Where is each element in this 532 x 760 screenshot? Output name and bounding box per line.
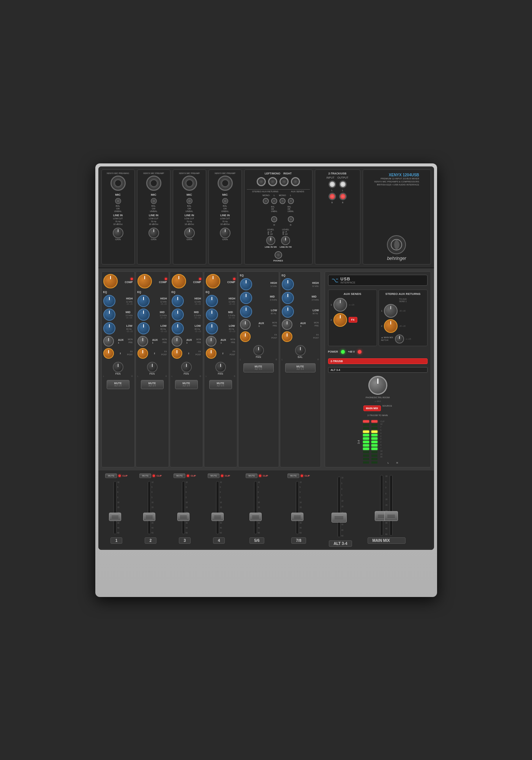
eq-low-knob-56[interactable] bbox=[240, 306, 252, 318]
ts-jack-2[interactable] bbox=[151, 198, 157, 204]
aux-return-r-jack[interactable] bbox=[271, 216, 277, 222]
alt-out-jack[interactable] bbox=[291, 177, 300, 186]
aux-return-mono-jack[interactable] bbox=[263, 198, 269, 204]
aux-send-l-jack[interactable] bbox=[288, 198, 294, 204]
comp-knob-4[interactable] bbox=[206, 274, 220, 288]
eq-low-knob-2[interactable] bbox=[137, 322, 150, 334]
eq-mid-knob-78[interactable] bbox=[282, 292, 294, 304]
aux1-knob-1[interactable] bbox=[103, 336, 114, 347]
eq-high-knob-3[interactable] bbox=[172, 295, 184, 307]
fader-handle-2[interactable] bbox=[143, 513, 155, 521]
gain-knob-2[interactable] bbox=[148, 228, 159, 238]
fader-track-56[interactable] bbox=[254, 481, 257, 534]
aux1-knob-2[interactable] bbox=[137, 336, 148, 347]
eq-low-knob-1[interactable] bbox=[103, 322, 115, 334]
mute-button-78[interactable]: MUTEALT 3-4 bbox=[285, 363, 316, 372]
aux1-knob-56[interactable] bbox=[240, 319, 251, 330]
xlr-connector-4[interactable] bbox=[218, 176, 233, 191]
aux2-knob-3[interactable] bbox=[172, 348, 182, 359]
main-mix-button[interactable]: MAIN MIX bbox=[363, 405, 381, 411]
ts-jack-1[interactable] bbox=[115, 198, 121, 204]
aux-send-r-jack[interactable] bbox=[288, 216, 294, 222]
rca-output-right[interactable] bbox=[339, 193, 347, 200]
fx-out-jack[interactable] bbox=[279, 177, 289, 186]
mute-btn-3[interactable]: MUTE bbox=[174, 473, 185, 478]
phones-ctrl-knob[interactable] bbox=[368, 376, 387, 395]
eq-mid-knob-4[interactable] bbox=[206, 309, 218, 321]
comp-knob-1[interactable] bbox=[103, 274, 118, 288]
aux1-knob-4[interactable] bbox=[206, 336, 216, 347]
fader-handle-3[interactable] bbox=[177, 513, 189, 521]
fader-track-4[interactable] bbox=[216, 481, 219, 534]
aux1-knob-3[interactable] bbox=[172, 336, 182, 347]
rca-input-left[interactable] bbox=[328, 180, 336, 188]
main-fader-track-l[interactable] bbox=[380, 475, 383, 536]
aux1-knob-78[interactable] bbox=[282, 319, 292, 330]
sar-knob-1[interactable] bbox=[384, 304, 398, 318]
main-fader-handle-r[interactable] bbox=[384, 511, 398, 521]
pan-knob-4[interactable] bbox=[215, 362, 226, 372]
alt34-button[interactable]: ALT 3-4 bbox=[328, 367, 428, 373]
eq-mid-knob-2[interactable] bbox=[137, 309, 150, 321]
aux-send-mono-jack[interactable] bbox=[279, 198, 286, 204]
fader-handle-78[interactable] bbox=[291, 513, 303, 521]
mute-button-4[interactable]: MUTEALT 3-4 bbox=[209, 380, 232, 389]
xlr-connector-2[interactable] bbox=[146, 176, 161, 191]
mute-btn-56[interactable]: MUTE bbox=[246, 473, 257, 478]
tr-usb-button[interactable]: 2-TR/USB bbox=[328, 358, 428, 364]
fader-track-alt34[interactable] bbox=[338, 477, 341, 537]
xlr-connector-1[interactable] bbox=[111, 176, 126, 191]
bal-knob-78[interactable] bbox=[295, 345, 306, 356]
eq-high-knob-2[interactable] bbox=[137, 295, 150, 307]
aux2-knob-78[interactable] bbox=[282, 331, 292, 342]
gain-knob-4[interactable] bbox=[220, 228, 230, 238]
mute-button-2[interactable]: MUTEALT 3-4 bbox=[141, 380, 164, 389]
xlr-connector-3[interactable] bbox=[182, 176, 197, 191]
pan-knob-1[interactable] bbox=[113, 362, 123, 372]
level-knob-78[interactable] bbox=[281, 236, 290, 245]
eq-low-knob-78[interactable] bbox=[282, 306, 294, 318]
ts-jack-4[interactable] bbox=[222, 198, 228, 204]
mute-button-1[interactable]: MUTE ALT 3-4 bbox=[107, 380, 129, 389]
mute-btn-78[interactable]: MUTE bbox=[287, 473, 299, 478]
mute-button-56[interactable]: MUTEALT 3-4 bbox=[243, 363, 274, 372]
pan-knob-3[interactable] bbox=[181, 362, 192, 372]
fader-track-3[interactable] bbox=[182, 481, 185, 534]
rca-input-right[interactable] bbox=[328, 193, 336, 200]
gain-knob-3[interactable] bbox=[184, 228, 195, 238]
eq-mid-knob-56[interactable] bbox=[240, 292, 252, 304]
aux-return-l-jack[interactable] bbox=[271, 198, 277, 204]
fader-handle-alt34[interactable] bbox=[332, 513, 347, 522]
fader-handle-56[interactable] bbox=[249, 513, 262, 521]
mute-btn-1[interactable]: MUTE bbox=[105, 473, 117, 478]
aux2-knob-1[interactable] bbox=[103, 348, 114, 359]
level-knob-56[interactable] bbox=[266, 236, 275, 245]
eq-high-knob-4[interactable] bbox=[206, 295, 218, 307]
fx-button[interactable]: FX bbox=[349, 317, 357, 323]
eq-mid-knob-3[interactable] bbox=[172, 309, 184, 321]
fader-track-1[interactable] bbox=[114, 481, 117, 534]
aux2-knob-2[interactable] bbox=[137, 348, 148, 359]
eq-mid-knob-1[interactable] bbox=[103, 309, 115, 321]
phones-jack[interactable] bbox=[275, 251, 282, 259]
mute-button-3[interactable]: MUTEALT 3-4 bbox=[175, 380, 198, 389]
main-out-right-jack[interactable] bbox=[268, 177, 277, 186]
aux2-knob-56[interactable] bbox=[240, 331, 251, 342]
sar-knob-2[interactable] bbox=[384, 319, 398, 333]
main-mix-knob[interactable] bbox=[395, 334, 404, 344]
pan-knob-2[interactable] bbox=[147, 362, 158, 372]
ts-jack-3[interactable] bbox=[186, 198, 193, 204]
aux-send-knob-1[interactable] bbox=[333, 298, 347, 312]
fader-track-2[interactable] bbox=[148, 481, 151, 534]
mute-btn-2[interactable]: MUTE bbox=[139, 473, 151, 478]
eq-low-knob-3[interactable] bbox=[172, 322, 184, 334]
comp-knob-2[interactable] bbox=[137, 274, 152, 288]
rca-output-left[interactable] bbox=[339, 180, 347, 188]
eq-high-knob-56[interactable] bbox=[240, 278, 252, 290]
eq-low-knob-4[interactable] bbox=[206, 322, 218, 334]
aux2-knob-4[interactable] bbox=[206, 348, 216, 359]
fader-track-78[interactable] bbox=[296, 481, 299, 534]
fader-handle-4[interactable] bbox=[212, 513, 224, 521]
main-fader-track-r[interactable] bbox=[390, 475, 393, 536]
mute-btn-4[interactable]: MUTE bbox=[208, 473, 219, 478]
